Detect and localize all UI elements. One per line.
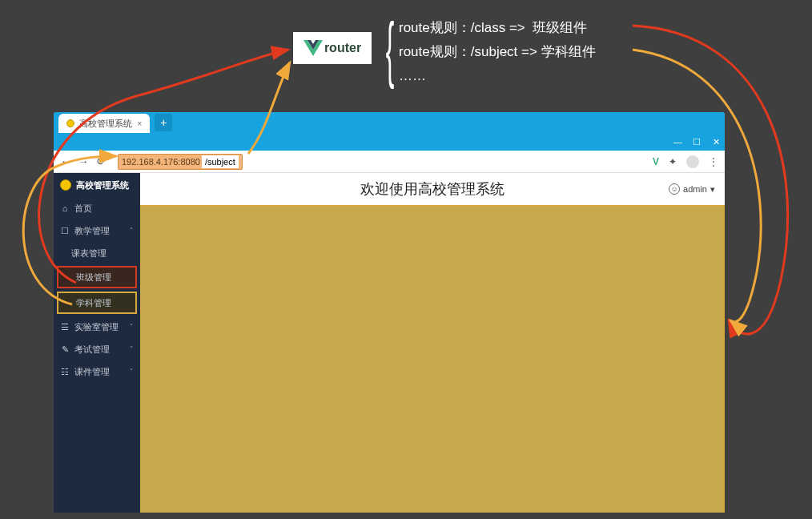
user-icon: ☺ <box>669 183 680 195</box>
sidebar-item-schedule[interactable]: 课表管理 <box>54 242 140 264</box>
route-rules-box: { route规则：/class => 班级组件 route规则：/subjec… <box>378 16 714 96</box>
vue-devtools-icon[interactable]: V <box>653 156 659 167</box>
vue-logo-icon <box>303 40 323 56</box>
app-logo-icon <box>60 179 71 191</box>
sidebar-item-home[interactable]: ⌂ 首页 <box>54 197 140 219</box>
page-title: 欢迎使用高校管理系统 <box>360 179 504 199</box>
browser-tabstrip: 高校管理系统 × + <box>54 112 725 133</box>
nav-forward-button[interactable]: → <box>78 155 89 167</box>
browser-tab[interactable]: 高校管理系统 × <box>58 114 150 133</box>
sidebar-item-label: 教学管理 <box>74 225 110 237</box>
url-box[interactable]: 192.168.4.176:8080 /subject <box>118 154 243 170</box>
window-maximize-button[interactable]: ☐ <box>693 137 701 147</box>
rule-ellipsis: …… <box>399 64 714 88</box>
sidebar-item-lab[interactable]: ☰ 实验室管理 ˅ <box>54 316 140 338</box>
sidebar-item-label: 实验室管理 <box>74 321 119 333</box>
sidebar: 高校管理系统 ⌂ 首页 ☐ 教学管理 ˄ 课表管理 班级管理 学科管理 ☰ <box>54 173 140 513</box>
favicon-icon <box>66 119 74 127</box>
main-header: 欢迎使用高校管理系统 ☺ admin ▾ <box>140 173 725 205</box>
new-tab-button[interactable]: + <box>155 114 172 131</box>
user-menu[interactable]: ☺ admin ▾ <box>669 173 715 205</box>
browser-address-bar: ← → ⟳ 192.168.4.176:8080 /subject V ✦ ⋮ <box>54 151 725 173</box>
sidebar-item-class[interactable]: 班级管理 <box>57 266 137 288</box>
exam-icon: ✎ <box>60 344 70 355</box>
content-area <box>140 205 725 513</box>
browser-window: 高校管理系统 × + — ☐ ✕ ← → ⟳ 192.168.4.176:808… <box>54 112 725 513</box>
profile-avatar-icon[interactable] <box>686 155 699 168</box>
window-minimize-button[interactable]: — <box>673 137 681 147</box>
app-body: 高校管理系统 ⌂ 首页 ☐ 教学管理 ˄ 课表管理 班级管理 学科管理 ☰ <box>54 173 725 513</box>
chevron-up-icon: ˄ <box>130 227 134 235</box>
chevron-down-icon: ˅ <box>130 345 134 353</box>
user-name: admin <box>683 184 707 194</box>
sidebar-item-exam[interactable]: ✎ 考试管理 ˅ <box>54 338 140 360</box>
sidebar-item-label: 考试管理 <box>74 344 110 356</box>
main-area: 欢迎使用高校管理系统 ☺ admin ▾ <box>140 173 725 513</box>
brace-icon: { <box>386 13 395 93</box>
sidebar-item-teach[interactable]: ☐ 教学管理 ˄ <box>54 219 140 242</box>
sidebar-item-subject[interactable]: 学科管理 <box>57 292 137 314</box>
monitor-icon: ☐ <box>60 226 70 236</box>
nav-reload-button[interactable]: ⟳ <box>95 155 107 167</box>
sidebar-header: 高校管理系统 <box>54 173 140 197</box>
window-titlebar: — ☐ ✕ <box>54 133 725 151</box>
browser-toolbar-right: V ✦ ⋮ <box>653 155 718 168</box>
chevron-down-icon: ˅ <box>130 368 134 376</box>
rule-line-1: route规则：/class => 班级组件 <box>399 16 714 40</box>
chevron-down-icon: ˅ <box>130 323 134 331</box>
url-path: /subject <box>202 155 239 168</box>
sidebar-item-label: 首页 <box>74 203 92 215</box>
sidebar-item-label: 课件管理 <box>74 366 110 378</box>
sidebar-item-courseware[interactable]: ☷ 课件管理 ˅ <box>54 360 140 383</box>
home-icon: ⌂ <box>60 203 70 213</box>
vue-router-badge: router <box>293 32 372 64</box>
caret-down-icon: ▾ <box>710 184 715 195</box>
url-host: 192.168.4.176:8080 <box>122 157 200 167</box>
router-label: router <box>324 41 361 55</box>
nav-back-button[interactable]: ← <box>60 155 71 167</box>
tab-title: 高校管理系统 <box>79 118 132 130</box>
extensions-icon[interactable]: ✦ <box>669 156 677 167</box>
sidebar-item-label: 课表管理 <box>71 247 107 260</box>
courseware-icon: ☷ <box>60 367 70 377</box>
sidebar-item-label: 班级管理 <box>76 272 111 284</box>
tab-close-icon[interactable]: × <box>137 119 142 128</box>
sidebar-item-label: 学科管理 <box>76 297 111 309</box>
app-title: 高校管理系统 <box>76 179 129 191</box>
window-close-button[interactable]: ✕ <box>712 137 720 147</box>
plus-icon: + <box>160 116 167 129</box>
browser-menu-icon[interactable]: ⋮ <box>709 156 718 167</box>
rule-line-2: route规则：/subject => 学科组件 <box>399 40 714 64</box>
lab-icon: ☰ <box>60 322 70 332</box>
